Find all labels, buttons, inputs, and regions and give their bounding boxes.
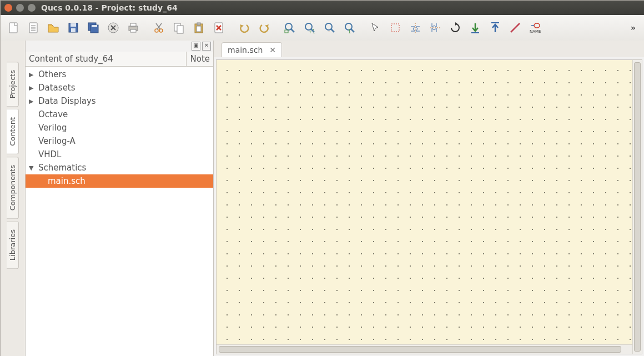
new-txt-button[interactable] [24, 18, 43, 37]
window-close-button[interactable] [4, 4, 12, 12]
window-maximize-button[interactable] [28, 4, 36, 12]
zoom-fit-button[interactable] [280, 18, 299, 37]
svg-rect-22 [197, 26, 201, 32]
open-button[interactable] [44, 18, 63, 37]
redo-button[interactable] [255, 18, 274, 37]
svg-rect-14 [130, 23, 136, 26]
close-file-icon [107, 21, 120, 34]
svg-point-42 [534, 23, 540, 28]
svg-rect-11 [92, 25, 97, 27]
svg-point-16 [155, 29, 158, 32]
editor-area: main.sch✕ [214, 41, 644, 356]
undo-icon [238, 21, 251, 34]
sidetab-content[interactable]: Content [7, 109, 19, 154]
tree-item[interactable]: main.sch [26, 174, 213, 188]
cut-icon [152, 21, 165, 34]
svg-rect-21 [197, 23, 200, 25]
tree-item[interactable]: ▶Others [26, 68, 213, 81]
rotate-button[interactable] [446, 18, 465, 37]
save-icon [67, 21, 80, 34]
svg-rect-8 [71, 28, 76, 32]
side-tab-strip: ProjectsContentComponentsLibraries [1, 41, 26, 356]
tree-item-label: Datasets [38, 83, 76, 93]
zoom-1-button[interactable]: 1 [340, 18, 359, 37]
svg-line-25 [291, 29, 294, 32]
chevron-right-icon: ▶ [29, 98, 36, 105]
zoom-out-icon: - [323, 21, 336, 34]
save-all-icon [87, 21, 100, 34]
zoom-out-button[interactable]: - [320, 18, 339, 37]
move-up-button[interactable] [486, 18, 505, 37]
main-toolbar: +1-1NAME» [1, 15, 644, 41]
close-icon[interactable]: ✕ [269, 46, 276, 54]
name-label-button[interactable]: NAME [526, 18, 545, 37]
cut-button[interactable] [149, 18, 168, 37]
delete-button[interactable] [209, 18, 228, 37]
save-button[interactable] [64, 18, 83, 37]
new-file-button[interactable] [4, 18, 23, 37]
move-down-button[interactable] [466, 18, 485, 37]
panel-header-col2[interactable]: Note [187, 52, 213, 66]
name-label-icon: NAME [529, 21, 542, 34]
svg-rect-7 [71, 23, 76, 27]
horizontal-scrollbar[interactable] [217, 344, 632, 354]
tree-item-label: Octave [38, 109, 68, 119]
content-tree: ▶Others▶Datasets▶Data DisplaysOctaveVeri… [26, 67, 213, 356]
sidetab-components[interactable]: Components [7, 157, 19, 219]
mirror-h-button[interactable] [406, 18, 425, 37]
tree-item[interactable]: ▼Schematics [26, 161, 213, 174]
tree-item[interactable]: Octave [26, 108, 213, 121]
svg-rect-36 [391, 24, 399, 32]
chevron-down-icon: ▼ [29, 164, 36, 172]
pointer-button[interactable] [366, 18, 385, 37]
svg-line-41 [511, 23, 520, 32]
mirror-v-button[interactable] [426, 18, 445, 37]
new-file-icon [7, 21, 20, 34]
panel-detach-button[interactable]: ▣ [192, 42, 200, 51]
tree-item-label: Verilog [38, 123, 67, 133]
tree-item-label: Verilog-A [38, 136, 76, 146]
svg-rect-15 [130, 29, 136, 32]
undo-button[interactable] [235, 18, 254, 37]
tree-item-label: Data Displays [38, 96, 96, 106]
vertical-scrollbar[interactable] [632, 60, 642, 354]
svg-rect-1 [29, 23, 37, 33]
titlebar: Qucs 0.0.18 - Project: study_64 [1, 1, 644, 15]
select-rect-button[interactable] [386, 18, 405, 37]
mirror-h-icon [409, 21, 422, 34]
svg-point-17 [159, 29, 163, 32]
zoom-in-button[interactable]: +1 [300, 18, 319, 37]
window-minimize-button[interactable] [16, 4, 24, 12]
tree-item-label: VHDL [38, 149, 61, 159]
tree-item[interactable]: Verilog-A [26, 134, 213, 148]
toolbar-overflow-button[interactable]: » [625, 23, 641, 32]
tree-item-label: main.sch [48, 176, 85, 186]
sidetab-projects[interactable]: Projects [7, 62, 19, 107]
panel-header-col1[interactable]: Content of study_64 [26, 52, 187, 66]
sidetab-libraries[interactable]: Libraries [7, 221, 19, 269]
copy-button[interactable] [169, 18, 188, 37]
svg-text:1: 1 [348, 29, 351, 34]
rotate-icon [449, 21, 462, 34]
tree-item[interactable]: ▶Datasets [26, 81, 213, 94]
canvas-container [216, 59, 642, 354]
tree-item[interactable]: VHDL [26, 148, 213, 161]
close-file-button[interactable] [104, 18, 123, 37]
paste-button[interactable] [189, 18, 208, 37]
tree-item-label: Schematics [38, 163, 86, 173]
schematic-canvas[interactable] [217, 60, 632, 344]
save-all-button[interactable] [84, 18, 103, 37]
tree-item[interactable]: Verilog [26, 121, 213, 134]
svg-line-31 [331, 29, 334, 32]
wire-button[interactable] [506, 18, 525, 37]
tree-item[interactable]: ▶Data Displays [26, 94, 213, 108]
panel-controls: ▣ ✕ [26, 41, 213, 52]
zoom-1-icon: 1 [343, 21, 356, 34]
panel-close-button[interactable]: ✕ [202, 42, 211, 51]
new-txt-icon [27, 21, 40, 34]
file-tab[interactable]: main.sch✕ [222, 42, 282, 57]
paste-icon [192, 21, 205, 34]
svg-text:-: - [328, 29, 330, 34]
svg-rect-19 [177, 26, 183, 33]
print-button[interactable] [124, 18, 143, 37]
